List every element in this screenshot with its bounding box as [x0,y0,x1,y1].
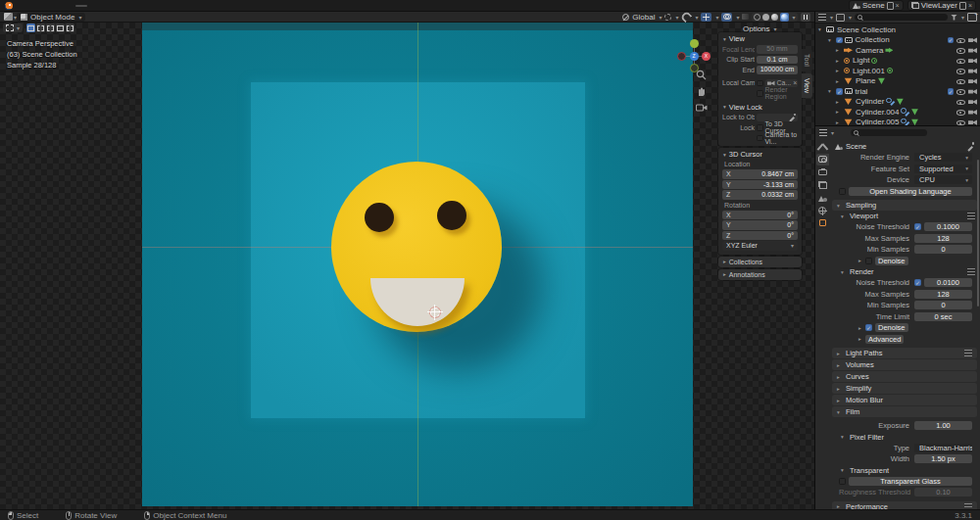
disclosure-caret[interactable]: ▾ [841,467,848,473]
workspace-tab[interactable] [158,5,170,7]
orientation-label[interactable]: Global [632,13,655,22]
disclosure-caret[interactable]: ▸ [836,47,842,53]
disclosure-caret[interactable]: ▸ [837,398,844,403]
eye-visibility-icon[interactable] [956,67,965,74]
disclosure-caret[interactable]: ▾ [837,203,844,209]
eye-visibility-icon[interactable] [956,118,965,125]
view-layer-selector[interactable]: ViewLayer × [907,0,976,11]
eyedropper-icon[interactable] [966,142,974,150]
outliner-row[interactable]: ▸ Light.001 [815,66,980,76]
disclosure-caret[interactable]: ▸ [858,336,865,342]
disclosure-caret[interactable]: ▸ [837,351,844,356]
workspace-tab[interactable] [99,5,111,7]
properties-row[interactable]: ▸ Volumes ▾ [832,359,977,370]
disclosure-caret[interactable]: ▸ [836,119,842,125]
remove-view-layer-icon[interactable]: × [968,2,972,9]
pivot-point-icon[interactable] [664,14,671,21]
disclosure-caret[interactable]: ▸ [836,99,842,105]
scrollbar[interactable] [977,160,979,307]
cursor-location-x[interactable]: X 0.8467 cm [722,169,798,179]
properties-search-input[interactable] [851,129,927,136]
tab-object-properties[interactable] [816,217,829,229]
workspace-tab[interactable] [205,5,217,7]
checkbox[interactable] [914,279,921,286]
checkbox[interactable] [839,188,846,195]
property-value[interactable]: 0.10 [914,488,972,496]
properties-row[interactable]: ▾ Film ▾ [832,406,977,417]
checkbox[interactable] [865,324,872,331]
properties-row[interactable]: ▸ Denoise ▾ [829,322,980,334]
tab-render-properties[interactable] [816,154,829,165]
property-value[interactable]: Cycles [914,153,972,162]
collections-panel-header[interactable]: ▸ Collections [718,257,802,267]
active-tool-button[interactable]: ▾ [3,24,23,32]
gizmo-toggle[interactable] [701,13,711,22]
pan-hand-icon[interactable] [696,86,707,97]
render-visibility-icon[interactable] [968,98,977,105]
render-visibility-icon[interactable] [968,118,977,125]
render-visibility-icon[interactable] [968,57,977,64]
properties-row[interactable]: ▾ Transparent ▾ [829,465,980,476]
view-lock-section-header[interactable]: ▾ View Lock [718,102,802,113]
breadcrumb-scene[interactable]: Scene [846,142,866,151]
workspace-tab[interactable] [181,5,193,7]
overlays-toggle[interactable] [721,13,732,22]
preset-menu-icon[interactable] [964,350,972,356]
properties-row[interactable]: Roughness Threshold 0.10 ▾ [829,487,980,498]
select-mode-set[interactable] [26,24,35,32]
3d-viewport[interactable]: ▾ Options ▾ Camera Perspective (63) Scen… [0,23,814,509]
properties-row[interactable]: Render Engine Cycles ▾ [829,152,980,164]
properties-editor-icon[interactable] [819,129,827,136]
outliner-row[interactable]: ▾ Scene Collection [815,24,980,35]
tab-world-properties[interactable] [816,205,829,216]
rotation-mode-dropdown[interactable]: XYZ Euler ▾ [722,241,798,251]
properties-row[interactable]: Device CPU ▾ [829,174,980,186]
render-visibility-icon[interactable] [968,68,977,74]
view-section-header[interactable]: ▾ View [718,33,802,44]
properties-row[interactable]: Feature Set Supported ▾ [829,164,980,175]
clear-icon[interactable]: × [793,79,797,86]
cursor-location-y[interactable]: Y -3.133 cm [722,180,798,190]
properties-row[interactable]: ▸ Motion Blur ▾ [832,395,977,405]
eye-visibility-icon[interactable] [956,98,965,106]
filter-icon[interactable] [951,15,957,21]
render-visibility-icon[interactable] [968,47,977,54]
disclosure-caret[interactable]: ▾ [841,269,848,275]
unlink-scene-icon[interactable]: × [896,2,900,9]
exclude-checkbox[interactable] [948,37,955,44]
scene-selector[interactable]: Scene × [849,0,904,11]
disclosure-caret[interactable]: ▸ [837,362,844,368]
property-value[interactable]: 0 [914,245,972,254]
render-visibility-icon[interactable] [968,36,977,43]
eyedropper-icon[interactable] [788,114,796,121]
property-value[interactable]: 0 [914,301,972,309]
outliner-row[interactable]: ▸ Plane [815,76,980,87]
object-name[interactable]: Cylinder.004 [856,108,899,117]
clip-end-field[interactable]: 100000 cm [757,66,798,74]
cursor-rotation-y[interactable]: Y 0° [722,220,798,230]
workspace-tab[interactable] [111,5,122,7]
properties-row[interactable]: ▾ Sampling ▾ [832,200,977,211]
disclosure-caret[interactable]: ▸ [858,258,865,263]
workspace-tab[interactable] [122,5,134,7]
property-value[interactable]: 1.00 [914,421,972,430]
property-value[interactable]: Denoise [875,323,908,332]
object-name[interactable]: Plane [856,76,875,85]
tab-scene-properties[interactable] [816,192,829,204]
xray-toggle-icon[interactable] [742,14,749,20]
properties-row[interactable]: Exposure 1.00 ▾ [829,420,980,432]
preset-menu-icon[interactable] [967,213,975,219]
properties-row[interactable]: ▾ Pixel Filter ▾ [829,432,980,443]
object-name[interactable]: Scene Collection [837,25,896,34]
properties-row[interactable]: ▾ Viewport ▾ [829,211,980,221]
property-value[interactable]: CPU [914,175,972,184]
collection-checkbox[interactable] [836,88,843,95]
disclosure-caret[interactable]: ▾ [841,434,848,440]
property-value[interactable]: 1.50 px [914,454,972,463]
tab-output-properties[interactable] [816,166,829,178]
solid-shading-icon[interactable] [762,14,769,21]
material-preview-icon[interactable] [771,14,778,21]
properties-row[interactable]: Type Blackman-Harris ▾ [829,443,980,454]
tab-view[interactable]: View [802,73,812,98]
navigation-gizmo[interactable]: X Z [677,39,710,72]
